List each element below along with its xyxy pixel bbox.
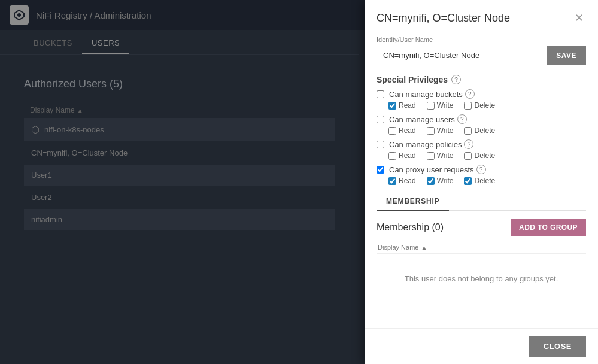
- add-to-group-button[interactable]: ADD TO GROUP: [511, 219, 586, 236]
- perm-write[interactable]: Write: [427, 151, 454, 160]
- manage-policies-help-icon[interactable]: ?: [464, 139, 473, 149]
- user-edit-dialog: CN=mynifi, O=Cluster Node ✕ Identity/Use…: [365, 0, 598, 364]
- manage-policies-checkbox[interactable]: [377, 141, 384, 148]
- dialog-title: CN=mynifi, O=Cluster Node: [377, 12, 510, 25]
- empty-message: This user does not belong to any groups …: [377, 256, 586, 301]
- manage-buckets-help-icon[interactable]: ?: [465, 89, 475, 99]
- read-checkbox[interactable]: [388, 152, 396, 160]
- identity-row: SAVE: [377, 46, 586, 65]
- perm-read[interactable]: Read: [388, 151, 416, 160]
- write-checkbox[interactable]: [427, 102, 435, 110]
- display-name-col: Display Name: [378, 244, 418, 251]
- read-checkbox[interactable]: [388, 177, 396, 185]
- tab-membership[interactable]: MEMBERSHIP: [377, 192, 449, 211]
- manage-users-label: Can manage users: [389, 115, 455, 124]
- delete-checkbox[interactable]: [464, 127, 472, 135]
- manage-users-checkbox[interactable]: [377, 116, 384, 123]
- perm-delete[interactable]: Delete: [464, 177, 495, 185]
- dialog-header: CN=mynifi, O=Cluster Node ✕: [365, 0, 598, 34]
- perm-delete[interactable]: Delete: [464, 101, 495, 110]
- manage-policies-perms: Read Write Delete: [377, 151, 586, 160]
- inner-tabs: MEMBERSHIP: [377, 192, 586, 211]
- read-checkbox[interactable]: [388, 127, 396, 135]
- privilege-name: Can manage policies ?: [377, 139, 586, 149]
- write-checkbox[interactable]: [427, 152, 435, 160]
- proxy-user-label: Can proxy user requests: [389, 165, 474, 174]
- perm-delete[interactable]: Delete: [464, 126, 495, 135]
- special-privileges-section: Special Privileges ?: [377, 75, 586, 84]
- delete-checkbox[interactable]: [464, 102, 472, 110]
- perm-write[interactable]: Write: [427, 126, 454, 135]
- membership-header: Membership (0) ADD TO GROUP: [377, 219, 586, 236]
- perm-write[interactable]: Write: [427, 101, 454, 110]
- membership-table-header: Display Name ▲: [377, 241, 586, 254]
- proxy-user-help-icon[interactable]: ?: [476, 165, 486, 174]
- privilege-manage-buckets: Can manage buckets ? Read Write Delete: [377, 89, 586, 110]
- privilege-name: Can manage users ?: [377, 114, 586, 124]
- privilege-proxy-user-requests: Can proxy user requests ? Read Write Del…: [377, 165, 586, 185]
- dialog-footer: CLOSE: [365, 328, 598, 364]
- read-checkbox[interactable]: [388, 102, 396, 110]
- identity-label: Identity/User Name: [377, 36, 586, 43]
- sort-asc-icon: ▲: [421, 244, 427, 251]
- privilege-name: Can manage buckets ?: [377, 89, 586, 99]
- proxy-user-perms: Read Write Delete: [377, 177, 586, 185]
- perm-read[interactable]: Read: [388, 101, 416, 110]
- identity-input[interactable]: [377, 46, 547, 65]
- manage-buckets-perms: Read Write Delete: [377, 101, 586, 110]
- privilege-name: Can proxy user requests ?: [377, 165, 586, 174]
- manage-buckets-checkbox[interactable]: [377, 90, 384, 98]
- privilege-manage-policies: Can manage policies ? Read Write Delete: [377, 139, 586, 160]
- manage-policies-label: Can manage policies: [389, 140, 462, 149]
- perm-read[interactable]: Read: [388, 177, 416, 185]
- close-button[interactable]: CLOSE: [529, 336, 586, 357]
- membership-title: Membership (0): [377, 222, 444, 233]
- special-privileges-label: Special Privileges: [377, 75, 448, 84]
- write-checkbox[interactable]: [427, 127, 435, 135]
- manage-users-perms: Read Write Delete: [377, 126, 586, 135]
- write-checkbox[interactable]: [427, 177, 435, 185]
- special-privileges-help-icon[interactable]: ?: [451, 75, 461, 84]
- privilege-manage-users: Can manage users ? Read Write Delete: [377, 114, 586, 135]
- delete-checkbox[interactable]: [464, 177, 472, 185]
- perm-read[interactable]: Read: [388, 126, 416, 135]
- perm-delete[interactable]: Delete: [464, 151, 495, 160]
- perm-write[interactable]: Write: [427, 177, 454, 185]
- close-icon[interactable]: ✕: [572, 11, 586, 25]
- manage-users-help-icon[interactable]: ?: [457, 114, 467, 124]
- save-button[interactable]: SAVE: [547, 46, 586, 65]
- dialog-body: Identity/User Name SAVE Special Privileg…: [365, 34, 598, 328]
- proxy-user-checkbox[interactable]: [377, 166, 384, 174]
- manage-buckets-label: Can manage buckets: [389, 90, 463, 99]
- delete-checkbox[interactable]: [464, 152, 472, 160]
